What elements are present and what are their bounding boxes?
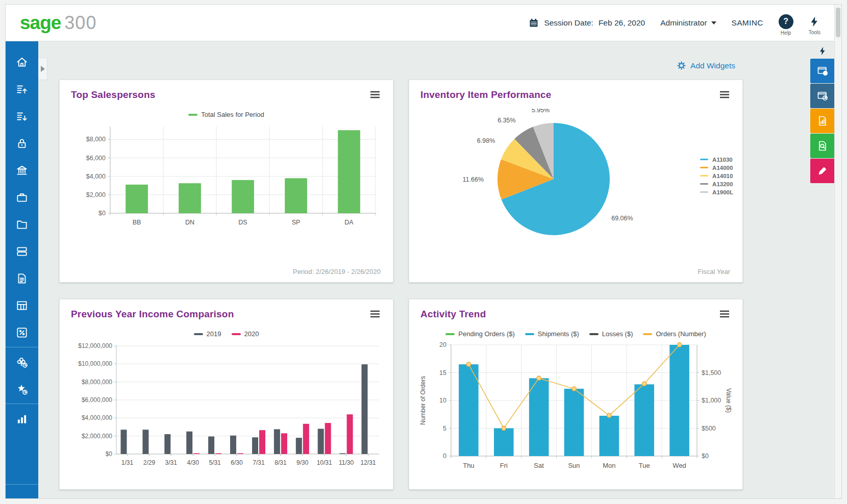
sidebar-item-invoice-up[interactable]	[6, 75, 38, 103]
sidebar-item-favorites[interactable]	[6, 375, 38, 402]
inventory-performance-chart: 69.06%11.66%6.98%6.35%5.95% A11030 A1400…	[409, 102, 742, 244]
svg-text:8/31: 8/31	[275, 459, 287, 466]
add-widgets-button[interactable]: Add Widgets	[677, 61, 735, 70]
svg-text:$0: $0	[702, 452, 709, 460]
bar-chart-icon	[15, 412, 29, 425]
widget-shortcut-window-clock[interactable]	[810, 84, 835, 108]
user-menu[interactable]: Administrator	[660, 18, 716, 28]
svg-text:69.06%: 69.06%	[611, 215, 633, 222]
widget-inventory-item-performance: Inventory Item Performance 69.06%11.66%6…	[409, 80, 743, 283]
svg-text:$2,000: $2,000	[86, 191, 105, 198]
sidebar-item-folder[interactable]	[6, 211, 38, 238]
svg-text:DA: DA	[344, 219, 354, 226]
scrollbar-thumb[interactable]	[836, 8, 840, 37]
report-search-icon	[816, 140, 829, 152]
svg-text:$0: $0	[105, 450, 112, 458]
chart-legend: Total Sales for Period	[60, 111, 393, 118]
widget-title: Top Salespersons	[71, 89, 155, 100]
svg-text:4/30: 4/30	[187, 459, 199, 466]
sidebar-item-recurring[interactable]	[6, 348, 38, 375]
legend-item: A14000	[700, 165, 733, 171]
bank-icon	[15, 164, 29, 177]
svg-text:7/31: 7/31	[253, 459, 265, 466]
sidebar-item-bank[interactable]	[6, 157, 38, 184]
svg-text:3/31: 3/31	[165, 459, 177, 466]
svg-text:Tue: Tue	[638, 462, 650, 469]
widget-top-salespersons: Top Salespersons Total Sales for Period$…	[59, 80, 393, 283]
legend-item: A1900L	[700, 189, 733, 195]
widget-menu-icon[interactable]	[718, 89, 731, 100]
calendar-icon	[529, 18, 539, 28]
sidebar-item-briefcase[interactable]	[6, 184, 38, 211]
sidebar-item-document[interactable]	[6, 265, 38, 292]
svg-text:0: 0	[443, 452, 446, 460]
logo-sage-text: sage	[20, 12, 61, 34]
help-icon: ?	[779, 14, 793, 29]
sidebar-expand-button[interactable]	[38, 58, 47, 80]
sidebar	[6, 41, 38, 498]
svg-text:11/30: 11/30	[339, 459, 354, 466]
sidebar-item-invoice-down[interactable]	[6, 103, 38, 130]
svg-text:BB: BB	[132, 219, 141, 226]
window-badge-icon	[816, 65, 829, 77]
sidebar-item-home[interactable]	[6, 48, 38, 75]
briefcase-icon	[15, 191, 29, 204]
svg-text:$8,000,000: $8,000,000	[81, 379, 112, 386]
sidebar-divider	[6, 484, 38, 485]
legend-item: Losses ($)	[589, 330, 633, 338]
window-clock-icon	[816, 90, 829, 102]
svg-text:$2,000,000: $2,000,000	[81, 433, 112, 440]
folder-icon	[15, 218, 29, 231]
svg-text:$1,500: $1,500	[702, 369, 721, 376]
svg-text:DN: DN	[185, 219, 194, 226]
panel-expand-button[interactable]	[810, 43, 835, 59]
logo-300-text: 300	[64, 12, 96, 34]
svg-text:Wed: Wed	[672, 462, 686, 469]
percent-icon	[15, 326, 29, 339]
scrollbar[interactable]	[834, 5, 841, 498]
svg-text:6.35%: 6.35%	[497, 117, 515, 124]
widget-shortcut-window-badge[interactable]	[810, 59, 835, 83]
legend-item: Total Sales for Period	[188, 111, 264, 118]
widget-shortcut-report-search[interactable]	[810, 134, 835, 158]
svg-text:DS: DS	[238, 219, 247, 226]
widget-footer: Period: 2/26/2019 - 2/26/2020	[293, 268, 381, 275]
sidebar-item-percent[interactable]	[6, 319, 38, 346]
tools-button[interactable]: Tools	[809, 15, 820, 35]
svg-text:20: 20	[439, 341, 446, 348]
svg-text:5/31: 5/31	[209, 459, 221, 466]
svg-text:5.95%: 5.95%	[531, 109, 549, 114]
invoice-down-icon	[15, 110, 29, 123]
chart-legend: 2019 2020	[60, 330, 393, 338]
widget-title: Previous Year Income Comparison	[71, 309, 234, 320]
sidebar-item-lock[interactable]	[6, 130, 38, 157]
svg-text:1/31: 1/31	[121, 459, 133, 466]
svg-text:Fri: Fri	[500, 462, 507, 469]
bolt-icon	[817, 46, 828, 56]
chart-legend: A11030 A14000 A14010 A13200 A1900L	[700, 157, 733, 195]
svg-text:$500: $500	[702, 425, 716, 432]
sidebar-item-table[interactable]	[6, 292, 38, 319]
svg-text:6/30: 6/30	[231, 459, 243, 466]
svg-text:6.98%: 6.98%	[477, 137, 494, 144]
widget-menu-icon[interactable]	[368, 309, 382, 319]
chevron-right-icon	[41, 66, 45, 72]
widget-menu-icon[interactable]	[368, 89, 382, 100]
svg-text:$0: $0	[98, 210, 106, 217]
svg-text:2/29: 2/29	[143, 459, 155, 466]
app-frame: sage 300 Session Date: Feb 26, 2020 Admi…	[5, 4, 842, 499]
invoice-up-icon	[15, 83, 29, 96]
widget-shortcut-report-chart[interactable]	[810, 109, 835, 133]
svg-text:$8,000: $8,000	[86, 136, 105, 143]
add-widgets-label: Add Widgets	[690, 61, 735, 70]
svg-text:$6,000,000: $6,000,000	[81, 396, 112, 404]
widget-footer: Fiscal Year	[697, 268, 730, 275]
sidebar-item-bar-chart[interactable]	[6, 405, 38, 432]
help-button[interactable]: ? Help	[779, 14, 793, 36]
svg-text:10: 10	[439, 397, 446, 404]
session-date-label: Session Date:	[544, 18, 593, 28]
sidebar-item-cards[interactable]	[6, 238, 38, 265]
home-icon	[15, 56, 29, 69]
widget-shortcut-pen[interactable]	[810, 159, 835, 183]
widget-menu-icon[interactable]	[718, 309, 731, 319]
